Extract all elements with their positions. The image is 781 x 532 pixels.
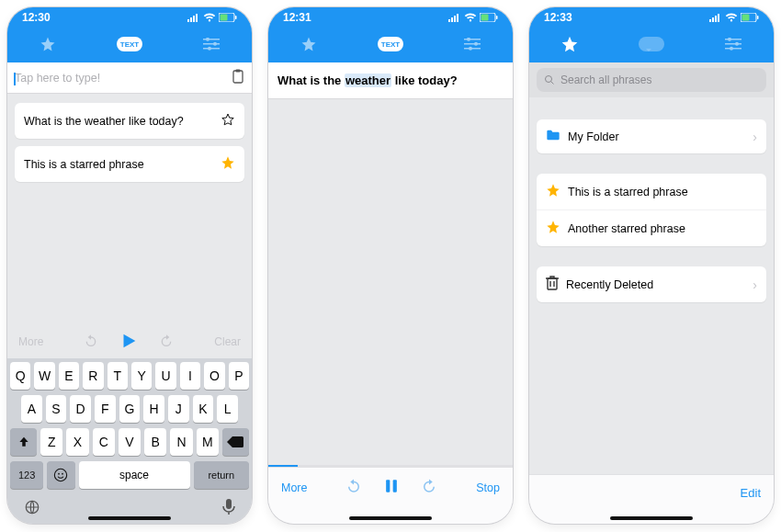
svg-rect-38 xyxy=(718,14,719,22)
clear-button[interactable]: Clear xyxy=(214,335,241,348)
phrase-row[interactable]: What is the weather like today? xyxy=(15,103,244,139)
svg-line-49 xyxy=(551,82,554,85)
svg-point-31 xyxy=(474,42,478,46)
svg-rect-33 xyxy=(387,480,390,492)
chevron-right-icon: › xyxy=(753,277,757,292)
key[interactable]: A xyxy=(21,395,42,423)
keyboard-row-2: A S D F G H J K L xyxy=(10,395,249,423)
clock: 12:30 xyxy=(22,11,51,24)
playback-controls: More Clear xyxy=(7,325,252,358)
svg-point-32 xyxy=(469,47,472,51)
rewind-button[interactable] xyxy=(84,334,98,351)
svg-rect-22 xyxy=(454,16,456,22)
key[interactable]: D xyxy=(70,395,91,423)
folder-row[interactable]: My Folder › xyxy=(537,119,766,153)
starred-row[interactable]: This is a starred phrase xyxy=(537,174,766,210)
globe-key[interactable] xyxy=(24,499,40,519)
return-key[interactable]: return xyxy=(194,461,249,489)
key[interactable]: L xyxy=(217,395,238,423)
speech-bubble-icon: TEXT xyxy=(378,37,403,51)
key[interactable]: Z xyxy=(40,428,62,456)
key[interactable]: O xyxy=(204,362,224,390)
pause-button[interactable] xyxy=(382,477,401,498)
wifi-icon xyxy=(725,13,738,22)
key[interactable]: U xyxy=(155,362,175,390)
forward-button[interactable] xyxy=(421,478,437,497)
svg-rect-36 xyxy=(712,17,714,22)
clock: 12:31 xyxy=(283,11,311,24)
key[interactable]: H xyxy=(143,395,164,423)
input-placeholder: Tap here to type! xyxy=(15,72,232,85)
key[interactable]: E xyxy=(59,362,79,390)
key[interactable]: N xyxy=(170,428,192,456)
svg-rect-43 xyxy=(725,43,741,45)
signal-icon xyxy=(448,13,461,22)
key[interactable]: T xyxy=(108,362,128,390)
key[interactable]: S xyxy=(46,395,67,423)
recent-label: Recently Deleted xyxy=(566,278,745,291)
key[interactable]: W xyxy=(34,362,54,390)
key[interactable]: P xyxy=(229,362,249,390)
rewind-button[interactable] xyxy=(345,478,362,497)
mic-key[interactable] xyxy=(222,499,235,519)
tab-settings[interactable] xyxy=(193,32,230,56)
shift-key[interactable] xyxy=(10,428,37,456)
backspace-key[interactable] xyxy=(222,428,249,456)
space-key[interactable]: space xyxy=(79,461,190,489)
play-button[interactable] xyxy=(119,331,139,354)
key[interactable]: R xyxy=(83,362,103,390)
bottom-spacer xyxy=(268,507,513,524)
paste-icon[interactable] xyxy=(232,69,244,86)
stop-button[interactable]: Stop xyxy=(476,481,500,494)
text-input-bar[interactable]: Tap here to type! xyxy=(7,62,252,94)
phrase-text: What is the weather like today? xyxy=(24,115,213,128)
key[interactable]: V xyxy=(119,428,141,456)
tab-text[interactable] xyxy=(633,32,670,56)
tab-text[interactable]: TEXT xyxy=(372,32,409,56)
speaking-text: What is the weather like today? xyxy=(268,62,513,99)
key[interactable]: K xyxy=(193,395,214,423)
folder-icon xyxy=(546,129,560,144)
key[interactable]: B xyxy=(144,428,166,456)
tab-favorites[interactable] xyxy=(29,32,66,56)
star-outline-icon[interactable] xyxy=(221,112,235,130)
tab-favorites[interactable] xyxy=(290,32,327,56)
recently-deleted-row[interactable]: Recently Deleted › xyxy=(537,266,766,302)
svg-rect-50 xyxy=(548,278,557,289)
home-indicator xyxy=(349,516,432,520)
tab-bar xyxy=(529,28,774,62)
key[interactable]: F xyxy=(95,395,116,423)
key[interactable]: Q xyxy=(10,362,30,390)
key[interactable]: C xyxy=(93,428,115,456)
star-filled-icon[interactable] xyxy=(221,155,235,173)
search-placeholder: Search all phrases xyxy=(560,74,651,86)
key[interactable]: G xyxy=(119,395,141,423)
more-button[interactable]: More xyxy=(281,481,307,494)
key[interactable]: X xyxy=(66,428,88,456)
tab-bar: TEXT xyxy=(7,28,252,62)
home-indicator xyxy=(88,516,171,520)
tab-favorites[interactable] xyxy=(551,32,588,56)
tab-text[interactable]: TEXT xyxy=(111,32,148,56)
key[interactable]: I xyxy=(180,362,200,390)
key[interactable]: M xyxy=(197,428,219,456)
starred-row[interactable]: Another starred phrase xyxy=(537,210,766,246)
svg-rect-41 xyxy=(757,16,759,19)
search-input[interactable]: Search all phrases xyxy=(537,68,766,92)
progress-bar[interactable] xyxy=(268,465,513,467)
more-button[interactable]: More xyxy=(18,335,43,348)
forward-button[interactable] xyxy=(159,334,174,351)
key[interactable]: Y xyxy=(131,362,152,390)
emoji-key[interactable] xyxy=(47,461,74,489)
tab-settings[interactable] xyxy=(715,32,752,56)
numeric-key[interactable]: 123 xyxy=(10,461,43,489)
edit-button[interactable]: Edit xyxy=(741,486,761,500)
favorites-list: My Folder › This is a starred phrase Ano… xyxy=(529,97,774,474)
key[interactable]: J xyxy=(168,395,189,423)
keyboard-row-1: Q W E R T Y U I O P xyxy=(10,362,249,390)
phrase-row[interactable]: This is a starred phrase xyxy=(15,146,244,182)
signal-icon xyxy=(709,13,722,22)
tab-settings[interactable] xyxy=(454,32,491,56)
svg-rect-23 xyxy=(457,14,458,22)
svg-point-30 xyxy=(467,38,470,41)
